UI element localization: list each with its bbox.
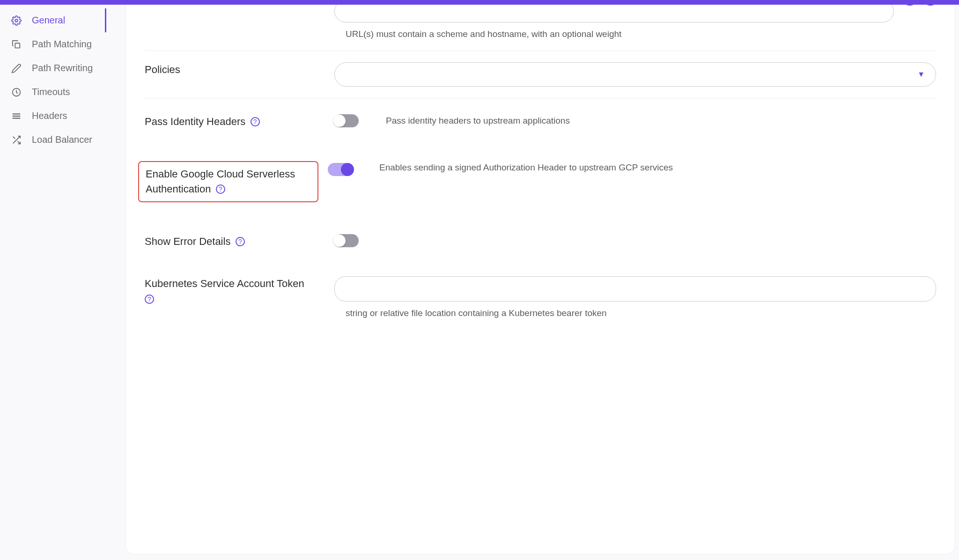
pass-identity-toggle[interactable] — [334, 114, 359, 127]
sidebar: General Path Matching Path Rewriting Tim… — [0, 5, 122, 560]
urls-input[interactable] — [334, 5, 894, 22]
pass-identity-label: Pass Identity Headers — [145, 116, 245, 127]
gear-icon — [11, 15, 22, 26]
sidebar-item-label: Path Rewriting — [32, 63, 93, 74]
sidebar-item-headers[interactable]: Headers — [0, 104, 121, 128]
urls-help-text: URL(s) must contain a scheme and hostnam… — [346, 29, 894, 39]
svg-line-8 — [13, 136, 15, 139]
sidebar-item-label: General — [32, 15, 65, 26]
help-icon[interactable]: ? — [251, 117, 260, 126]
sidebar-item-path-rewriting[interactable]: Path Rewriting — [0, 56, 121, 80]
main-content: − + URL(s) must contain a scheme and hos… — [125, 5, 955, 554]
clock-icon — [11, 87, 22, 97]
add-url-button[interactable]: + — [923, 5, 938, 6]
gcp-auth-highlight: Enable Google Cloud Serverless Authentic… — [138, 161, 318, 202]
sidebar-item-load-balancer[interactable]: Load Balancer — [0, 128, 121, 152]
sidebar-item-label: Load Balancer — [32, 134, 92, 145]
shuffle-icon — [11, 135, 22, 145]
sidebar-item-label: Path Matching — [32, 39, 92, 50]
sidebar-item-path-matching[interactable]: Path Matching — [0, 32, 121, 56]
policies-select[interactable] — [334, 62, 936, 87]
error-details-label: Show Error Details — [145, 236, 230, 247]
svg-rect-1 — [15, 43, 20, 48]
gcp-auth-toggle[interactable] — [328, 163, 352, 176]
policies-label: Policies — [145, 64, 180, 75]
sidebar-item-label: Headers — [32, 111, 67, 121]
error-details-toggle[interactable] — [334, 234, 359, 247]
top-accent-bar — [0, 0, 959, 5]
help-icon[interactable]: ? — [145, 295, 154, 304]
help-icon[interactable]: ? — [216, 184, 225, 194]
k8s-token-input[interactable] — [334, 276, 936, 302]
sidebar-item-general[interactable]: General — [0, 8, 121, 32]
pencil-icon — [11, 63, 22, 74]
remove-url-button[interactable]: − — [902, 5, 917, 6]
k8s-token-help: string or relative file location contain… — [346, 308, 936, 318]
copy-icon — [11, 39, 22, 50]
pass-identity-desc: Pass identity headers to upstream applic… — [386, 114, 570, 128]
sidebar-item-label: Timeouts — [32, 87, 70, 97]
sidebar-item-timeouts[interactable]: Timeouts — [0, 80, 121, 104]
list-icon — [11, 111, 22, 121]
gcp-auth-desc: Enables sending a signed Authorization H… — [379, 161, 936, 175]
svg-point-0 — [15, 19, 18, 22]
help-icon[interactable]: ? — [236, 237, 245, 246]
k8s-token-label: Kubernetes Service Account Token — [145, 278, 304, 289]
